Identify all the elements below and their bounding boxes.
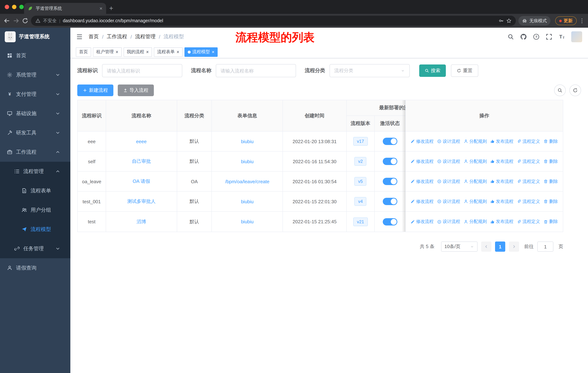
form-info-link[interactable]: biubiu: [212, 131, 283, 151]
breadcrumb-item[interactable]: 工作流程: [107, 33, 127, 40]
action-definition[interactable]: 流程定义: [517, 219, 540, 225]
breadcrumb-item[interactable]: 首页: [89, 33, 99, 40]
action-publish[interactable]: 发布流程: [491, 219, 514, 225]
action-definition[interactable]: 流程定义: [517, 158, 540, 164]
user-avatar[interactable]: [571, 31, 582, 42]
action-publish[interactable]: 发布流程: [491, 138, 514, 144]
process-name-link[interactable]: eeee: [106, 131, 177, 151]
close-icon[interactable]: ×: [146, 50, 149, 54]
action-edit[interactable]: 修改流程: [411, 138, 434, 144]
page-size-select[interactable]: 10条/页: [441, 242, 478, 252]
import-process-button[interactable]: 导入流程: [118, 84, 154, 96]
browser-menu-button[interactable]: ⋮: [579, 18, 584, 24]
form-info-link[interactable]: biubiu: [212, 192, 283, 211]
action-delete[interactable]: 删除: [544, 219, 558, 225]
help-icon[interactable]: ?: [533, 33, 539, 40]
sidebar-item-task-mgmt[interactable]: 任务管理: [0, 239, 70, 258]
category-select[interactable]: 流程分类: [330, 64, 410, 77]
new-tab-button[interactable]: +: [106, 3, 116, 13]
action-edit[interactable]: 修改流程: [411, 219, 434, 225]
sidebar-item-home[interactable]: 首页: [0, 46, 70, 65]
action-publish[interactable]: 发布流程: [491, 198, 514, 204]
prev-page-button[interactable]: [481, 242, 491, 252]
sidebar-item-workflow[interactable]: 工作流程: [0, 142, 70, 162]
sidebar-item-process-mgmt[interactable]: 流程管理: [0, 162, 70, 181]
tag-my-process[interactable]: 我的流程×: [123, 47, 152, 57]
action-delete[interactable]: 删除: [544, 138, 558, 144]
active-toggle[interactable]: [383, 218, 397, 225]
tab-close-icon[interactable]: ×: [100, 6, 102, 11]
close-icon[interactable]: ×: [177, 50, 179, 54]
process-name-link[interactable]: 滔博: [106, 212, 177, 232]
process-key-input[interactable]: [102, 64, 182, 77]
tag-home[interactable]: 首页: [76, 47, 91, 57]
toggle-search-button[interactable]: [554, 84, 566, 96]
action-edit[interactable]: 修改流程: [411, 158, 434, 164]
action-design[interactable]: 设计流程: [437, 219, 460, 225]
active-toggle[interactable]: [383, 138, 397, 145]
zoom-window-button[interactable]: [19, 5, 24, 9]
action-definition[interactable]: 流程定义: [517, 178, 540, 184]
action-design[interactable]: 设计流程: [437, 138, 460, 144]
tag-process-model[interactable]: 流程模型×: [184, 47, 218, 57]
action-edit[interactable]: 修改流程: [411, 198, 434, 204]
action-design[interactable]: 设计流程: [437, 178, 460, 184]
action-assign-rule[interactable]: 分配规则: [464, 158, 487, 164]
process-name-input[interactable]: [216, 64, 296, 77]
create-process-button[interactable]: 新建流程: [77, 84, 113, 96]
next-page-button[interactable]: [509, 242, 519, 252]
action-assign-rule[interactable]: 分配规则: [464, 178, 487, 184]
active-toggle[interactable]: [383, 198, 397, 205]
sidebar-item-user-group[interactable]: 用户分组: [0, 200, 70, 220]
form-info-link[interactable]: biubiu: [212, 212, 283, 232]
action-assign-rule[interactable]: 分配规则: [464, 219, 487, 225]
search-button[interactable]: 搜索: [419, 64, 446, 77]
action-delete[interactable]: 删除: [544, 158, 558, 164]
minimize-window-button[interactable]: [12, 5, 16, 9]
form-info-link[interactable]: /bpm/oa/leave/create: [212, 171, 283, 191]
sidebar-item-leave-query[interactable]: 请假查询: [0, 258, 70, 278]
action-assign-rule[interactable]: 分配规则: [464, 138, 487, 144]
address-bar[interactable]: 不安全 | dashboard.yudao.iocoder.cn/bpm/man…: [31, 16, 516, 26]
action-definition[interactable]: 流程定义: [517, 198, 540, 204]
close-icon[interactable]: ×: [212, 50, 215, 54]
forward-button[interactable]: [13, 18, 19, 24]
action-edit[interactable]: 修改流程: [411, 178, 434, 184]
bookmark-star-icon[interactable]: [506, 18, 511, 23]
action-delete[interactable]: 删除: [544, 178, 558, 184]
action-publish[interactable]: 发布流程: [491, 158, 514, 164]
password-key-icon[interactable]: [499, 18, 504, 23]
sidebar-item-system-mgmt[interactable]: 系统管理: [0, 65, 70, 84]
process-name-link[interactable]: 测试多审批人: [106, 192, 177, 211]
process-name-link[interactable]: OA 请假: [106, 171, 177, 191]
sidebar-item-process-model[interactable]: 流程模型: [0, 220, 70, 239]
sidebar-item-dev-tools[interactable]: 研发工具: [0, 123, 70, 142]
active-toggle[interactable]: [383, 178, 397, 185]
search-icon[interactable]: [507, 33, 514, 40]
tag-tenant-mgmt[interactable]: 租户管理×: [93, 47, 122, 57]
tag-process-form[interactable]: 流程表单×: [154, 47, 182, 57]
refresh-table-button[interactable]: [569, 84, 581, 96]
reset-button[interactable]: 重置: [451, 64, 478, 77]
collapse-menu-button[interactable]: [76, 33, 83, 40]
active-toggle[interactable]: [383, 158, 397, 165]
browser-tab[interactable]: 芋道管理系统 ×: [24, 3, 106, 14]
close-window-button[interactable]: [5, 5, 9, 9]
current-page[interactable]: 1: [495, 242, 505, 252]
action-delete[interactable]: 删除: [544, 198, 558, 204]
breadcrumb-item[interactable]: 流程管理: [135, 33, 156, 40]
sidebar-item-payment-mgmt[interactable]: ¥支付管理: [0, 84, 70, 104]
sidebar-item-process-form[interactable]: 流程表单: [0, 181, 70, 200]
update-button[interactable]: 更新: [555, 16, 577, 25]
form-info-link[interactable]: biubiu: [212, 151, 283, 171]
reload-button[interactable]: [22, 18, 28, 24]
close-icon[interactable]: ×: [116, 50, 118, 54]
sidebar-item-infrastructure[interactable]: 基础设施: [0, 104, 70, 123]
process-name-link[interactable]: 自己审批: [106, 151, 177, 171]
fullscreen-icon[interactable]: [546, 33, 552, 40]
font-size-icon[interactable]: TT: [558, 33, 565, 40]
action-design[interactable]: 设计流程: [437, 158, 460, 164]
goto-page-input[interactable]: [537, 242, 553, 252]
action-assign-rule[interactable]: 分配规则: [464, 198, 487, 204]
back-button[interactable]: [4, 18, 10, 24]
